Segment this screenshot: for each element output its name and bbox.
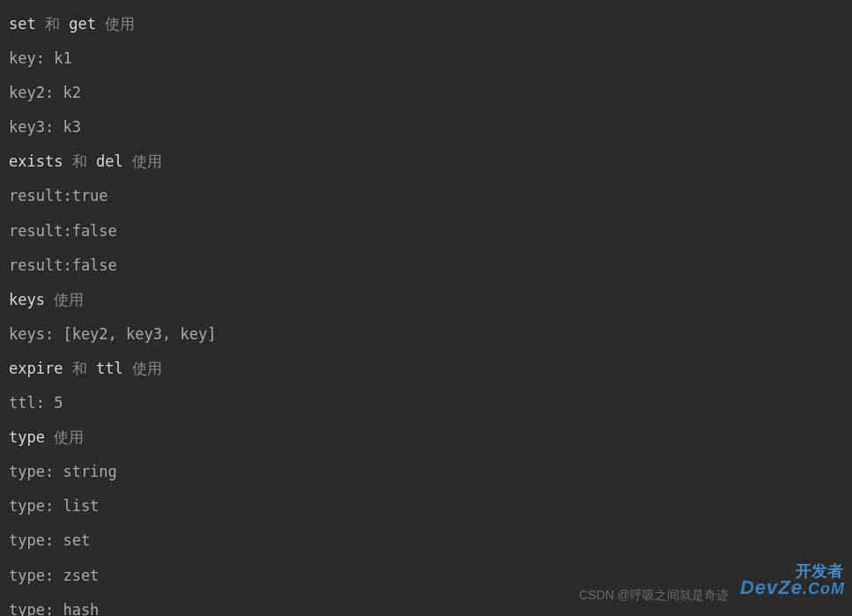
text-segment: 和 (72, 360, 87, 377)
text-segment: 和 (45, 15, 60, 33)
output-line: result:false (9, 214, 843, 249)
text-segment (60, 15, 69, 33)
text-segment: type: zset (9, 567, 99, 584)
text-segment (123, 360, 132, 377)
text-segment: ttl (96, 360, 123, 377)
output-line: type: set (9, 523, 843, 558)
text-segment (45, 428, 54, 446)
text-segment: set (9, 15, 36, 33)
text-segment: type: set (9, 531, 90, 549)
output-line: exists 和 del 使用 (9, 145, 843, 179)
text-segment: type: hash (9, 601, 99, 616)
output-line: key: k1 (9, 41, 843, 76)
terminal-output: set 和 get 使用key: k1key2: k2key3: k3exist… (9, 7, 843, 616)
text-segment (96, 15, 105, 33)
csdn-watermark: CSDN @呼吸之间就是奇迹 (579, 581, 729, 609)
output-line: type: string (9, 455, 843, 489)
output-line: type 使用 (9, 420, 843, 455)
text-segment: key3: k3 (9, 118, 81, 136)
output-line: expire 和 ttl 使用 (9, 352, 843, 386)
devze-watermark: DevZe.CoM (740, 566, 845, 611)
text-segment: keys: [key2, key3, key] (9, 325, 216, 343)
text-segment (87, 360, 96, 377)
text-segment: 使用 (105, 15, 135, 33)
text-segment: result:true (9, 187, 108, 204)
text-segment: expire (9, 360, 63, 377)
text-segment (63, 360, 71, 377)
text-segment: type (9, 428, 45, 446)
text-segment: 使用 (132, 360, 162, 377)
text-segment (63, 152, 71, 170)
text-segment (87, 152, 96, 170)
text-segment: key2: k2 (9, 84, 81, 101)
text-segment (36, 15, 45, 33)
output-line: keys: [key2, key3, key] (9, 317, 843, 352)
output-line: result:true (9, 179, 843, 213)
devze-sub: .CoM (803, 580, 845, 597)
text-segment: 使用 (54, 291, 84, 308)
output-line: key3: k3 (9, 110, 843, 145)
output-line: key2: k2 (9, 76, 843, 110)
text-segment: get (69, 15, 96, 33)
text-segment: ttl: 5 (9, 394, 63, 412)
text-segment: del (96, 152, 123, 170)
output-line: set 和 get 使用 (9, 7, 843, 41)
output-line: keys 使用 (9, 283, 843, 317)
text-segment (123, 152, 132, 170)
output-line: type: list (9, 489, 843, 523)
text-segment: result:false (9, 222, 117, 240)
text-segment: key: k1 (9, 49, 72, 67)
text-segment: 使用 (132, 152, 162, 170)
text-segment: type: list (9, 497, 99, 515)
text-segment: exists (9, 152, 63, 170)
text-segment: 使用 (54, 428, 84, 446)
output-line: result:false (9, 249, 843, 283)
text-segment (45, 291, 54, 308)
devze-main: DevZe (740, 576, 803, 598)
text-segment: 和 (72, 152, 87, 170)
text-segment: result:false (9, 256, 117, 274)
text-segment: keys (9, 291, 45, 308)
text-segment: type: string (9, 463, 117, 480)
output-line: ttl: 5 (9, 386, 843, 420)
